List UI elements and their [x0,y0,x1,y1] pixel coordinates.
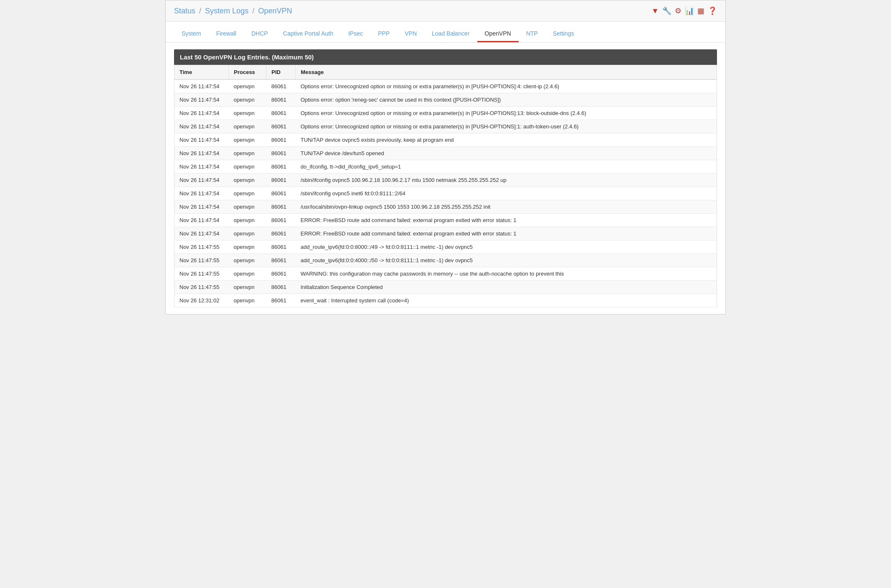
wrench-icon[interactable]: 🔧 [662,6,671,15]
cell-message: WARNING: this configuration may cache pa… [296,267,717,281]
table-row: Nov 26 11:47:54openvpn86061/usr/local/sb… [174,200,717,214]
cell-time: Nov 26 11:47:54 [174,133,229,147]
cell-message: /sbin/ifconfig ovpnc5 inet6 fd:0:0:8111:… [296,187,717,200]
table-row: Nov 26 11:47:54openvpn86061do_ifconfig, … [174,160,717,174]
table-row: Nov 26 11:47:54openvpn86061TUN/TAP devic… [174,147,717,160]
cell-message: /usr/local/sbin/ovpn-linkup ovpnc5 1500 … [296,200,717,214]
cell-time: Nov 26 12:31:02 [174,294,229,307]
col-header-time: Time [174,65,229,80]
cell-pid: 86061 [266,174,296,187]
cell-process: openvpn [229,93,266,107]
cell-time: Nov 26 11:47:55 [174,281,229,294]
col-header-message: Message [296,65,717,80]
table-row: Nov 26 11:47:54openvpn86061Options error… [174,79,717,93]
sliders-icon[interactable]: ⚙ [675,6,681,15]
tab-ipsec[interactable]: IPsec [341,26,370,42]
table-row: Nov 26 11:47:54openvpn86061Options error… [174,120,717,133]
cell-process: openvpn [229,107,266,120]
cell-time: Nov 26 11:47:54 [174,79,229,93]
cell-message: do_ifconfig, tt->did_ifconfig_ipv6_setup… [296,160,717,174]
table-row: Nov 26 11:47:55openvpn86061add_route_ipv… [174,254,717,267]
cell-pid: 86061 [266,93,296,107]
cell-time: Nov 26 11:47:54 [174,214,229,227]
col-header-pid: PID [266,65,296,80]
table-row: Nov 26 11:47:55openvpn86061Initializatio… [174,281,717,294]
cell-time: Nov 26 11:47:54 [174,93,229,107]
tab-load-balancer[interactable]: Load Balancer [424,26,477,42]
tab-captive-portal-auth[interactable]: Captive Portal Auth [276,26,341,42]
cell-message: event_wait : Interrupted system call (co… [296,294,717,307]
cell-process: openvpn [229,214,266,227]
cell-message: Initialization Sequence Completed [296,281,717,294]
cell-process: openvpn [229,200,266,214]
header-toolbar: ▼ 🔧 ⚙ 📊 ▦ ❓ [651,6,717,15]
cell-pid: 86061 [266,254,296,267]
cell-message: ERROR: FreeBSD route add command failed:… [296,227,717,240]
cell-message: TUN/TAP device ovpnc5 exists previously,… [296,133,717,147]
cell-time: Nov 26 11:47:55 [174,240,229,254]
table-row: Nov 26 11:47:54openvpn86061TUN/TAP devic… [174,133,717,147]
cell-pid: 86061 [266,187,296,200]
breadcrumb-openvpn: OpenVPN [258,7,292,15]
cell-message: Options error: Unrecognized option or mi… [296,79,717,93]
table-header-row: Time Process PID Message [174,65,717,80]
cell-pid: 86061 [266,294,296,307]
cell-time: Nov 26 11:47:55 [174,254,229,267]
table-row: Nov 26 12:31:02openvpn86061event_wait : … [174,294,717,307]
cell-process: openvpn [229,120,266,133]
cell-process: openvpn [229,267,266,281]
cell-process: openvpn [229,79,266,93]
cell-pid: 86061 [266,281,296,294]
cell-process: openvpn [229,294,266,307]
table-icon[interactable]: ▦ [697,6,704,15]
tab-system[interactable]: System [174,26,209,42]
cell-message: /sbin/ifconfig ovpnc5 100.96.2.18 100.96… [296,174,717,187]
table-row: Nov 26 11:47:55openvpn86061add_route_ipv… [174,240,717,254]
tab-dhcp[interactable]: DHCP [244,26,276,42]
cell-time: Nov 26 11:47:54 [174,174,229,187]
cell-process: openvpn [229,160,266,174]
cell-process: openvpn [229,147,266,160]
help-icon[interactable]: ❓ [708,6,717,15]
table-row: Nov 26 11:47:54openvpn86061/sbin/ifconfi… [174,174,717,187]
cell-message: add_route_ipv6(fd:0:0:4000::/50 -> fd:0:… [296,254,717,267]
table-row: Nov 26 11:47:54openvpn86061/sbin/ifconfi… [174,187,717,200]
table-row: Nov 26 11:47:54openvpn86061Options error… [174,93,717,107]
cell-process: openvpn [229,187,266,200]
tab-vpn[interactable]: VPN [397,26,424,42]
tab-ppp[interactable]: PPP [370,26,397,42]
cell-time: Nov 26 11:47:54 [174,147,229,160]
table-row: Nov 26 11:47:55openvpn86061WARNING: this… [174,267,717,281]
tab-firewall[interactable]: Firewall [209,26,244,42]
breadcrumb-status[interactable]: Status [174,7,195,15]
table-row: Nov 26 11:47:54openvpn86061ERROR: FreeBS… [174,214,717,227]
log-section-title: Last 50 OpenVPN Log Entries. (Maximum 50… [174,49,717,65]
cell-pid: 86061 [266,147,296,160]
cell-message: TUN/TAP device /dev/tun5 opened [296,147,717,160]
cell-time: Nov 26 11:47:54 [174,227,229,240]
cell-pid: 86061 [266,79,296,93]
table-row: Nov 26 11:47:54openvpn86061ERROR: FreeBS… [174,227,717,240]
chart-icon[interactable]: 📊 [685,6,694,15]
cell-pid: 86061 [266,200,296,214]
cell-pid: 86061 [266,267,296,281]
cell-process: openvpn [229,227,266,240]
cell-pid: 86061 [266,160,296,174]
main-content: Last 50 OpenVPN Log Entries. (Maximum 50… [166,43,725,314]
cell-process: openvpn [229,240,266,254]
cell-pid: 86061 [266,240,296,254]
cell-pid: 86061 [266,214,296,227]
breadcrumb-system-logs[interactable]: System Logs [205,7,248,15]
tab-ntp[interactable]: NTP [519,26,545,42]
breadcrumb: Status / System Logs / OpenVPN [174,7,292,15]
cell-process: openvpn [229,174,266,187]
tab-openvpn[interactable]: OpenVPN [477,26,519,42]
cell-time: Nov 26 11:47:54 [174,120,229,133]
filter-icon[interactable]: ▼ [651,7,659,15]
cell-message: Options error: Unrecognized option or mi… [296,120,717,133]
cell-message: Options error: Unrecognized option or mi… [296,107,717,120]
cell-time: Nov 26 11:47:54 [174,200,229,214]
table-row: Nov 26 11:47:54openvpn86061Options error… [174,107,717,120]
col-header-process: Process [229,65,266,80]
tab-settings[interactable]: Settings [545,26,582,42]
